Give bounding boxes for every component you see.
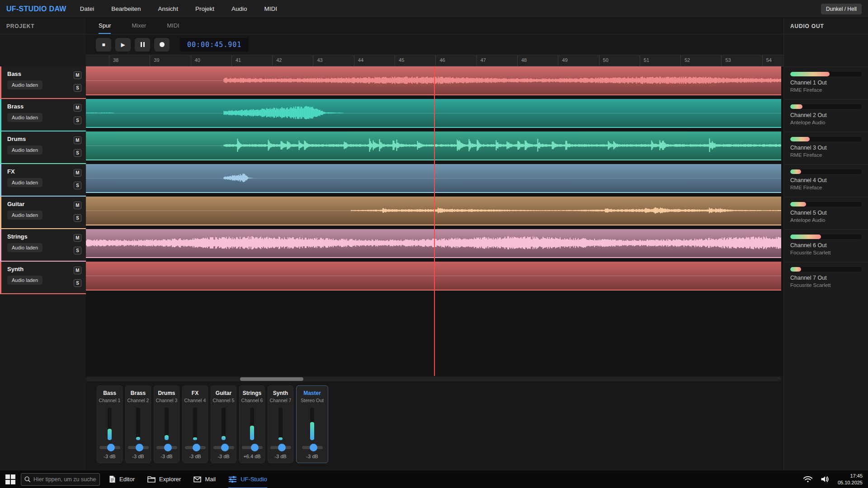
solo-button[interactable]: S (74, 182, 81, 189)
track-header-synth[interactable]: SynthAudio ladenMS (0, 262, 86, 294)
volume-slider[interactable] (213, 446, 234, 449)
load-audio-button[interactable]: Audio laden (7, 178, 42, 187)
menu-item-projekt[interactable]: Projekt (195, 5, 214, 12)
mixer-strip-name: Brass (131, 390, 146, 396)
mixer-strip-channel: Channel 7 (270, 398, 292, 403)
level-meter (250, 408, 254, 440)
track-header-guitar[interactable]: GuitarAudio ladenMS (0, 197, 86, 229)
mixer-strip-master[interactable]: MasterStereo Out-3 dB (296, 385, 328, 463)
gain-value: -3 dB (189, 454, 201, 459)
clock-time: 17:45 (838, 473, 863, 479)
mixer-strip-panel: BassChannel 1-3 dBBrassChannel 2-3 dBDru… (86, 381, 783, 463)
tab-midi[interactable]: MIDI (167, 18, 179, 34)
menu-item-datei[interactable]: Datei (80, 5, 94, 12)
track-header-brass[interactable]: BrassAudio ladenMS (0, 99, 86, 131)
level-meter (136, 408, 140, 440)
mixer-strip-fx[interactable]: FXChannel 4-3 dB (182, 385, 208, 463)
mixer-strip-bass[interactable]: BassChannel 1-3 dB (97, 385, 123, 463)
menu-item-midi[interactable]: MIDI (264, 5, 277, 12)
record-button[interactable] (154, 38, 170, 52)
solo-button[interactable]: S (74, 279, 81, 287)
theme-toggle-button[interactable]: Dunkel / Hell (821, 4, 862, 14)
taskbar-app-explorer[interactable]: Explorer (147, 470, 181, 488)
taskbar-app-editor[interactable]: Editor (109, 470, 135, 488)
volume-slider-knob[interactable] (164, 444, 172, 451)
volume-icon[interactable] (821, 475, 830, 483)
mixer-strip-name: Bass (103, 390, 116, 396)
track-header-bass[interactable]: BassAudio ladenMS (0, 66, 86, 99)
volume-slider-knob[interactable] (221, 444, 229, 451)
timeline-ruler[interactable]: 3839404142434445464748495051525354 (86, 55, 783, 66)
track-lanes-area[interactable] (86, 66, 783, 376)
load-audio-button[interactable]: Audio laden (7, 80, 42, 89)
stop-button[interactable]: ■ (96, 38, 111, 52)
audio-out-title: AUDIO OUT (784, 18, 868, 34)
mute-button[interactable]: M (74, 71, 81, 79)
sidebar-spacer (784, 34, 868, 66)
gain-value: -3 dB (274, 454, 286, 459)
mute-button[interactable]: M (74, 136, 81, 144)
taskbar-search[interactable] (21, 473, 100, 486)
play-button[interactable]: ▶ (115, 38, 131, 52)
mixer-strip-synth[interactable]: SynthChannel 7-3 dB (268, 385, 293, 463)
volume-slider[interactable] (242, 446, 263, 449)
volume-slider[interactable] (185, 446, 206, 449)
volume-slider[interactable] (99, 446, 120, 449)
track-header-fx[interactable]: FXAudio ladenMS (0, 164, 86, 197)
mute-button[interactable]: M (74, 202, 81, 209)
track-header-strings[interactable]: StringsAudio ladenMS (0, 229, 86, 262)
solo-button[interactable]: S (74, 149, 81, 157)
tab-spur[interactable]: Spur (99, 18, 111, 34)
level-meter (193, 408, 197, 440)
volume-slider[interactable] (270, 446, 291, 449)
solo-button[interactable]: S (74, 84, 81, 92)
volume-slider-knob[interactable] (193, 444, 200, 451)
horizontal-scrollbar[interactable] (86, 377, 781, 381)
mixer-strip-strings[interactable]: StringsChannel 6+6.4 dB (239, 385, 265, 463)
solo-button[interactable]: S (74, 247, 81, 254)
volume-slider[interactable] (128, 446, 149, 449)
output-level-meter (790, 104, 862, 109)
pause-button[interactable] (135, 38, 150, 52)
volume-slider-knob[interactable] (107, 444, 115, 451)
menu-item-ansicht[interactable]: Ansicht (158, 5, 178, 12)
menu-item-bearbeiten[interactable]: Bearbeiten (111, 5, 141, 12)
volume-slider[interactable] (156, 446, 177, 449)
track-header-drums[interactable]: DrumsAudio ladenMS (0, 131, 86, 164)
mute-button[interactable]: M (74, 104, 81, 112)
tab-mixer[interactable]: Mixer (132, 18, 146, 34)
solo-button[interactable]: S (74, 214, 81, 222)
load-audio-button[interactable]: Audio laden (7, 113, 42, 122)
mixer-strip-guitar[interactable]: GuitarChannel 5-3 dB (211, 385, 236, 463)
ruler-cell: 49 (558, 55, 599, 66)
taskbar-app-uf-studio[interactable]: UF-Studio (228, 470, 267, 488)
menu-item-audio[interactable]: Audio (231, 5, 247, 12)
volume-slider[interactable] (302, 446, 323, 449)
search-input[interactable] (33, 476, 96, 483)
taskbar-clock[interactable]: 17:45 05.10.2025 (838, 473, 863, 486)
playhead[interactable] (434, 66, 435, 376)
windows-start-button[interactable] (5, 474, 15, 484)
level-meter-fill (108, 429, 112, 440)
solo-button[interactable]: S (74, 117, 81, 124)
output-device-name: RME Fireface (790, 185, 862, 190)
volume-slider-knob[interactable] (136, 444, 143, 451)
mixer-strip-drums[interactable]: DrumsChannel 3-3 dB (154, 385, 179, 463)
mixer-strip-brass[interactable]: BrassChannel 2-3 dB (125, 385, 151, 463)
volume-slider-knob[interactable] (278, 444, 286, 451)
load-audio-button[interactable]: Audio laden (7, 243, 42, 252)
taskbar-app-mail[interactable]: Mail (193, 470, 216, 488)
gain-value: -3 dB (160, 454, 172, 459)
mute-button[interactable]: M (74, 169, 81, 177)
load-audio-button[interactable]: Audio laden (7, 276, 42, 285)
wifi-icon[interactable] (803, 476, 812, 483)
mute-button[interactable]: M (74, 267, 81, 274)
load-audio-button[interactable]: Audio laden (7, 211, 42, 220)
volume-slider-knob[interactable] (310, 444, 317, 451)
load-audio-button[interactable]: Audio laden (7, 145, 42, 155)
scrollbar-thumb[interactable] (240, 377, 303, 381)
ruler-cell: 39 (150, 55, 191, 66)
volume-slider-knob[interactable] (251, 444, 259, 451)
mute-button[interactable]: M (74, 234, 81, 242)
taskbar-app-label: Explorer (159, 476, 181, 483)
